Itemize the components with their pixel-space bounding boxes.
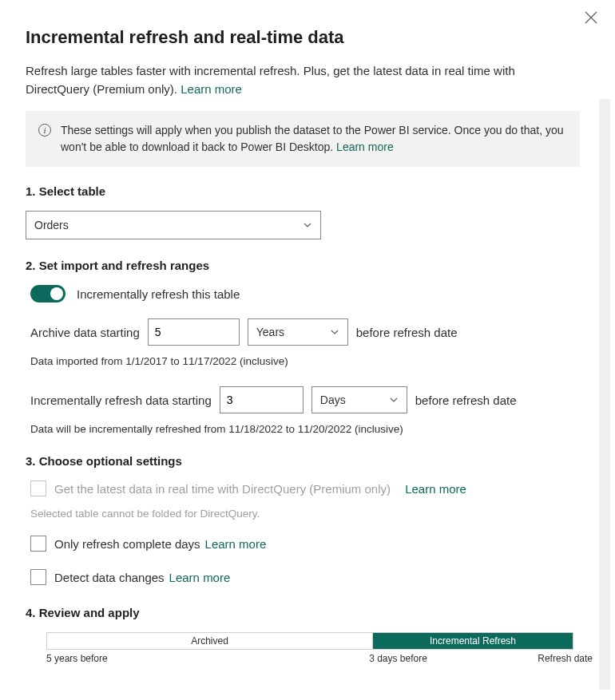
detect-changes-learn-more-link[interactable]: Learn more [169,571,231,584]
step4-heading: 4. Review and apply [26,606,580,619]
chevron-down-icon [330,327,339,337]
archive-unit-value: Years [256,326,284,338]
step1-heading: 1. Select table [26,184,580,198]
banner-learn-more-link[interactable]: Learn more [336,140,394,153]
learn-more-link[interactable]: Learn more [181,82,242,96]
refresh-value-input[interactable] [220,386,304,413]
archive-value-input[interactable] [148,318,240,346]
detect-changes-label: Detect data changes [54,571,165,584]
close-icon [585,11,597,24]
detect-changes-checkbox[interactable] [30,569,46,585]
directquery-label: Get the latest data in real time with Di… [54,482,391,496]
incremental-refresh-toggle[interactable] [30,285,65,303]
scrollbar[interactable] [599,99,610,690]
complete-days-learn-more-link[interactable]: Learn more [205,537,267,551]
refresh-unit-value: Days [320,394,346,406]
dialog-title: Incremental refresh and real-time data [26,27,580,48]
timeline-label-mid: 3 days before [369,653,427,664]
archive-hint: Data imported from 1/1/2017 to 11/17/202… [26,355,580,367]
table-select-dropdown[interactable]: Orders [26,211,321,239]
refresh-hint: Data will be incrementally refreshed fro… [26,423,580,435]
step2-heading: 2. Set import and refresh ranges [26,259,580,272]
complete-days-checkbox[interactable] [30,536,46,552]
chevron-down-icon [303,220,312,230]
timeline-label-right: Refresh date [538,653,593,664]
directquery-checkbox [30,481,46,496]
banner-message: These settings will apply when you publi… [61,124,564,153]
dialog-subtitle: Refresh large tables faster with increme… [26,62,580,98]
info-icon: i [38,124,51,136]
incremental-refresh-toggle-label: Incrementally refresh this table [77,287,240,301]
info-banner-text: These settings will apply when you publi… [61,122,567,156]
archive-suffix: before refresh date [356,326,458,339]
timeline-label-left: 5 years before [46,653,108,664]
info-banner: i These settings will apply when you pub… [26,111,580,167]
complete-days-label: Only refresh complete days [54,537,200,551]
archive-prefix: Archive data starting [30,326,140,339]
step3-heading: 3. Choose optional settings [26,454,580,468]
table-select-value: Orders [34,219,69,231]
archive-unit-select[interactable]: Years [248,318,348,346]
timeline-incremental-segment: Incremental Refresh [373,633,573,649]
refresh-suffix: before refresh date [415,394,517,407]
subtitle-text: Refresh large tables faster with increme… [26,64,515,96]
timeline: Archived Incremental Refresh 5 years bef… [26,632,580,666]
directquery-learn-more-link[interactable]: Learn more [405,482,466,496]
refresh-prefix: Incrementally refresh data starting [30,394,212,407]
chevron-down-icon [389,395,399,405]
timeline-archived-segment: Archived [47,633,373,649]
close-button[interactable] [585,11,601,27]
directquery-note: Selected table cannot be folded for Dire… [26,508,580,520]
refresh-unit-select[interactable]: Days [311,386,407,413]
